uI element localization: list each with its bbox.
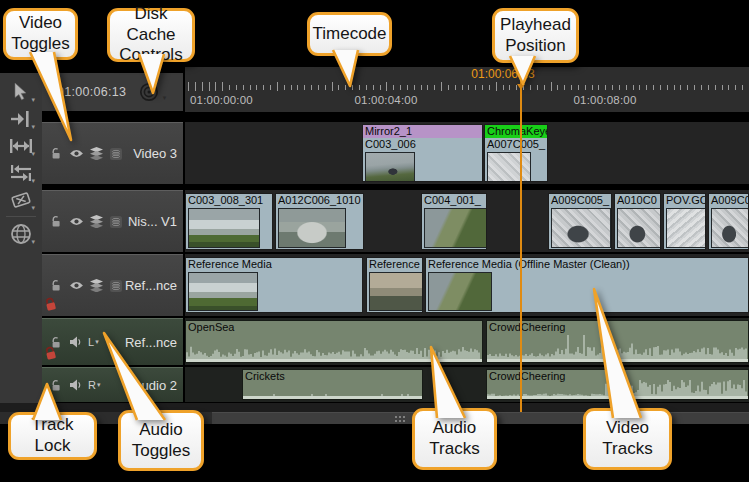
tool-dropdown-icon[interactable]: ▾	[31, 238, 35, 245]
timecode-display[interactable]: 01:00:06:13	[57, 85, 126, 99]
timeline-header: 01:00:06:13 ▾	[42, 73, 183, 111]
layers-toggle-icon[interactable]	[86, 215, 106, 228]
callout-text: Toggles	[132, 441, 191, 462]
lock-toggle-icon[interactable]	[46, 215, 66, 228]
track-name: Nis... V1	[128, 214, 177, 229]
tool-dropdown-icon[interactable]: ▾	[31, 204, 35, 211]
clip-thumbnail-car-front	[278, 208, 346, 248]
video-clip[interactable]: Reference Media (Offline Master (Clean))	[425, 257, 749, 313]
video-clip[interactable]: A009C0	[708, 193, 749, 250]
clip-effect-tool-icon[interactable]: ▾	[6, 186, 36, 213]
channel-dropdown-icon[interactable]: ▾	[97, 381, 101, 389]
disk-cache-state-icon[interactable]	[106, 279, 126, 293]
clip-name: Reference Media (Offline Master (Clean))	[426, 258, 748, 271]
video-clip[interactable]: C003_008_301	[185, 193, 273, 250]
speaker-toggle-icon[interactable]	[66, 379, 86, 391]
callout-timecode: Timecode	[307, 12, 392, 56]
clip-name: A012C006_1010	[276, 194, 363, 207]
callout-track-lock: Track Lock	[8, 412, 97, 460]
clip-name: A009C005_	[549, 194, 611, 207]
channel-dropdown-icon[interactable]: ▾	[95, 338, 99, 346]
video-clip[interactable]: ChromaKeyeA007C005_	[484, 124, 548, 182]
select-tool-icon[interactable]: ▾	[6, 78, 36, 105]
callout-text: Playhead	[500, 15, 571, 36]
video-clip[interactable]: C004_001_	[421, 193, 487, 250]
clip-name: OpenSea	[186, 321, 482, 334]
callout-audio-tracks: AudioTracks	[412, 408, 497, 470]
tool-dropdown-icon[interactable]: ▾	[31, 177, 35, 184]
audio-clip[interactable]: OpenSea	[185, 320, 483, 363]
clip-thumbnail-snow-car	[551, 208, 611, 248]
track-name: Ref...nce	[125, 278, 177, 293]
track-header-1[interactable]: Video 3	[42, 122, 183, 184]
slip-slide-tool-icon[interactable]: ▾	[6, 159, 36, 186]
tool-dropdown-icon[interactable]: ▾	[31, 96, 35, 103]
ruler-label: 01:00:08:00	[574, 94, 637, 106]
track-name: Ref...nce	[125, 335, 177, 350]
lock-toggle-icon[interactable]	[46, 379, 66, 392]
track-header-2[interactable]: Nis... V1	[42, 190, 183, 252]
layers-toggle-icon[interactable]	[86, 279, 106, 292]
timeline-ruler[interactable]: 01:00:00:00 01:00:04:00 01:00:08:00	[185, 67, 749, 112]
visibility-eye-toggle-icon[interactable]	[66, 216, 86, 227]
video-clip[interactable]: A009C005_	[548, 193, 612, 250]
clip-thumbnail-coast-path	[428, 272, 492, 311]
layers-toggle-icon[interactable]	[86, 147, 106, 160]
clip-name: Reference Media	[186, 258, 362, 271]
lock-toggle-icon[interactable]	[46, 147, 66, 160]
playhead-timecode: 01:00:06:13	[471, 67, 534, 81]
video-clip[interactable]: Reference	[366, 257, 423, 313]
audio-clip[interactable]: CrowdCheering	[486, 369, 749, 400]
network-globe-icon[interactable]: ▾	[6, 220, 36, 247]
audio-clip[interactable]: Crickets	[242, 369, 423, 400]
tool-dropdown-icon[interactable]: ▾	[31, 150, 35, 157]
channel-label: R	[88, 379, 96, 391]
clip-thumbnail-coast-cliff	[188, 208, 260, 248]
video-clip[interactable]: A012C006_1010	[275, 193, 364, 250]
callout-text: Disk Cache	[114, 4, 188, 45]
video-clip[interactable]: POV.GO	[663, 193, 706, 250]
timeline-toolbar: ▾▾▾▾▾▾	[0, 73, 42, 403]
speaker-toggle-icon[interactable]	[66, 336, 86, 348]
audio-clip[interactable]: CrowdCheering	[486, 320, 749, 363]
clip-name: A007C005_	[485, 138, 547, 151]
waveform-baseline	[186, 359, 482, 362]
clip-thumbnail-snow-car	[711, 208, 749, 248]
visibility-eye-toggle-icon[interactable]	[66, 148, 86, 159]
tool-dropdown-icon[interactable]: ▾	[31, 123, 35, 130]
callout-text: Controls	[114, 45, 188, 66]
video-clip[interactable]: Reference Media	[185, 257, 363, 313]
video-clip[interactable]: A010C0	[614, 193, 661, 250]
track-header-5[interactable]: R▾Audio 2	[42, 367, 183, 402]
visibility-eye-toggle-icon[interactable]	[66, 280, 86, 291]
track-header-4[interactable]: L▾Ref...nce	[42, 318, 183, 365]
insert-tool-icon[interactable]: ▾	[6, 105, 36, 132]
trim-tool-icon[interactable]: ▾	[6, 132, 36, 159]
disk-cache-glyph	[138, 81, 162, 103]
disk-cache-dropdown-icon[interactable]: ▾	[163, 94, 167, 102]
track-header-3[interactable]: Ref...nce	[42, 254, 183, 316]
callout-text: Timecode	[313, 24, 387, 45]
disk-cache-icon[interactable]: ▾	[138, 81, 164, 103]
clip-thumbnail-coast-path	[424, 208, 487, 248]
audio-waveform	[186, 346, 482, 360]
video-clip[interactable]: Mirror2_1C003_006	[362, 124, 483, 182]
callout-disk-cache: Disk CacheControls	[107, 8, 195, 62]
clip-effect-label: Mirror2_1	[363, 125, 482, 138]
clip-thumbnail-coast-dusk	[369, 272, 423, 311]
callout-text: Tracks	[602, 439, 652, 460]
callout-playhead-position: PlayheadPosition	[492, 8, 579, 63]
disk-cache-state-icon[interactable]	[106, 147, 126, 161]
lock-toggle-icon[interactable]	[46, 279, 66, 292]
clip-thumbnail-coast-cliff	[188, 272, 258, 311]
clip-name: C003_008_301	[186, 194, 272, 207]
clip-effect-label: ChromaKeye	[485, 125, 547, 138]
callout-text: Video	[11, 13, 70, 34]
clip-name: C003_006	[363, 138, 482, 151]
disk-cache-state-icon[interactable]	[106, 215, 126, 229]
scrollbar-grip-icon[interactable]	[394, 415, 406, 423]
playhead-marker[interactable]	[517, 84, 525, 90]
clip-thumbnail-snow-light	[487, 152, 531, 182]
playhead[interactable]	[520, 80, 522, 412]
channel-label: L	[88, 336, 94, 348]
